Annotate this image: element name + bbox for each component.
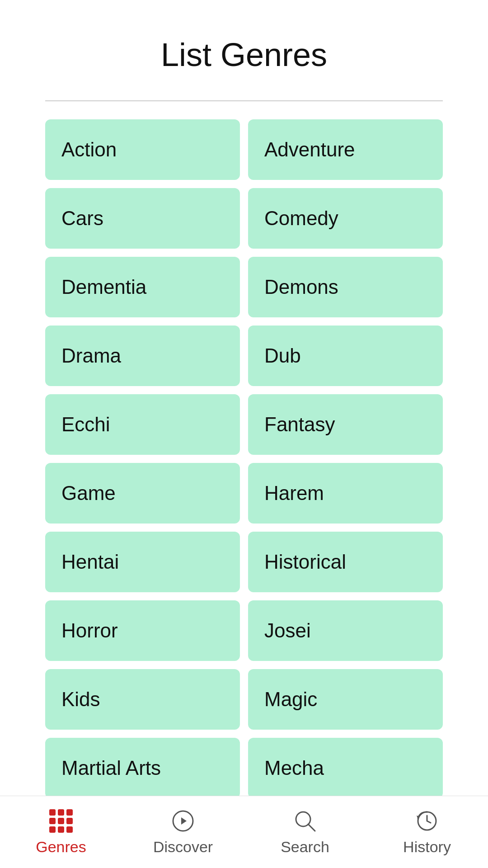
genre-item-harem[interactable]: Harem [248,463,443,524]
history-icon [414,808,440,834]
divider [45,100,443,101]
genre-item-dementia[interactable]: Dementia [45,257,240,317]
genre-item-horror[interactable]: Horror [45,600,240,661]
genre-item-drama[interactable]: Drama [45,326,240,386]
genre-item-action[interactable]: Action [45,119,240,180]
genre-item-kids[interactable]: Kids [45,669,240,730]
nav-item-genres[interactable]: Genres [20,808,102,856]
genre-item-cars[interactable]: Cars [45,188,240,249]
nav-item-history[interactable]: History [386,808,468,856]
genres-icon [48,808,74,834]
bottom-nav: Genres Discover Search [0,796,488,868]
genre-item-dub[interactable]: Dub [248,326,443,386]
nav-label-history: History [403,838,451,856]
genre-item-adventure[interactable]: Adventure [248,119,443,180]
genre-item-fantasy[interactable]: Fantasy [248,394,443,455]
nav-label-genres: Genres [36,838,86,856]
genre-item-martial-arts[interactable]: Martial Arts [45,738,240,798]
page-title: List Genres [0,0,488,100]
nav-label-discover: Discover [153,838,213,856]
nav-label-search: Search [281,838,329,856]
genre-item-josei[interactable]: Josei [248,600,443,661]
genre-item-ecchi[interactable]: Ecchi [45,394,240,455]
genre-item-comedy[interactable]: Comedy [248,188,443,249]
genre-item-historical[interactable]: Historical [248,532,443,592]
genre-item-mecha[interactable]: Mecha [248,738,443,798]
nav-item-discover[interactable]: Discover [142,808,224,856]
genre-grid: ActionAdventureCarsComedyDementiaDemonsD… [0,119,488,868]
search-icon [292,808,318,834]
nav-item-search[interactable]: Search [264,808,346,856]
svg-line-3 [308,824,315,831]
svg-marker-1 [181,817,187,825]
grid-icon [49,809,73,833]
genre-item-game[interactable]: Game [45,463,240,524]
genre-item-magic[interactable]: Magic [248,669,443,730]
discover-icon [170,808,196,834]
genre-item-demons[interactable]: Demons [248,257,443,317]
genre-item-hentai[interactable]: Hentai [45,532,240,592]
